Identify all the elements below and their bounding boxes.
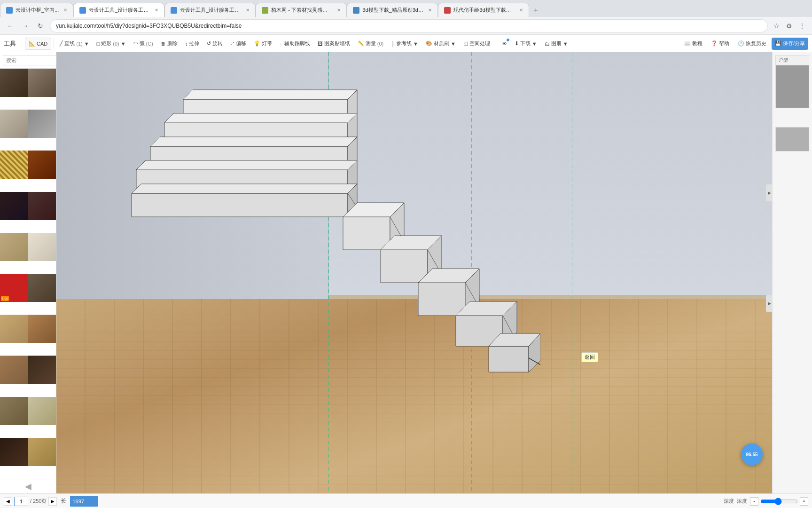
- guide-tool-button[interactable]: ≡ 辅助踢脚线: [276, 38, 313, 50]
- material-item-17[interactable]: [0, 397, 28, 425]
- delete-tool-button[interactable]: 🗑 删除: [157, 38, 181, 50]
- cad-button[interactable]: 📐 CAD: [25, 38, 51, 50]
- offset-tool-button[interactable]: ⇌ 偏移: [227, 38, 250, 50]
- arc-tool-button[interactable]: ◠ 弧 (C): [130, 38, 156, 50]
- tutorial-button[interactable]: 📖 教程: [681, 38, 706, 50]
- zoom-slider[interactable]: [760, 498, 798, 505]
- extensions-icon[interactable]: ⚙: [784, 20, 794, 32]
- wallpaper-icon: 🖼: [318, 41, 323, 47]
- tab-4[interactable]: 柏木网 - 下素材找灵感查询... ✕: [256, 3, 347, 17]
- tab-3[interactable]: 云设计工具_设计服务工...米... ✕: [164, 3, 256, 17]
- address-bar: ← → ↻ ☆ ⚙ ⋮: [0, 17, 812, 35]
- material-item-4[interactable]: [28, 110, 56, 138]
- download-dropdown-icon: ▼: [532, 41, 537, 47]
- page-navigation: ◀ / 250页 ▶: [4, 497, 57, 506]
- current-page-input[interactable]: [14, 497, 28, 506]
- bookmark-icon[interactable]: ☆: [772, 20, 781, 32]
- material-search-bar: 🔍: [0, 52, 56, 69]
- svg-marker-12: [132, 193, 348, 217]
- browser-chrome: 云设计中枢_室内... ✕ 云设计工具_设计服务工...米... ✕ 云设计工具…: [0, 0, 812, 35]
- material-item-5[interactable]: [0, 151, 28, 179]
- help-button[interactable]: ❓ 帮助: [708, 38, 733, 50]
- zoom-out-button[interactable]: -: [750, 497, 758, 506]
- tab-1[interactable]: 云设计中枢_室内... ✕: [0, 3, 73, 17]
- download-button[interactable]: ⬇ 下载 ▼: [511, 38, 540, 50]
- canvas-area[interactable]: 返回 96.55: [56, 52, 772, 493]
- right-panel-collapse-bottom[interactable]: ▶: [766, 295, 773, 312]
- add-tab-button[interactable]: +: [529, 4, 542, 17]
- line-tool-button[interactable]: ╱ 直线 (1) ▼: [56, 38, 92, 50]
- right-panel-collapse-top[interactable]: ▶: [766, 184, 773, 201]
- material-item-18[interactable]: [28, 397, 56, 425]
- cursor-tooltip: 返回: [581, 352, 598, 362]
- tab-close-4[interactable]: ✕: [337, 8, 341, 13]
- material-item-6[interactable]: [28, 151, 56, 179]
- wallpaper-tool-button[interactable]: 🖼 图案贴墙纸: [314, 38, 353, 50]
- tutorial-icon: 📖: [684, 40, 691, 47]
- line-label: 直线: [64, 40, 75, 47]
- url-input[interactable]: [50, 19, 768, 32]
- material-item-10[interactable]: [28, 233, 56, 261]
- tab-2[interactable]: 云设计工具_设计服务工...米... ✕: [73, 3, 164, 17]
- album-button[interactable]: 🗂 图册 ▼: [541, 38, 571, 50]
- guide-icon: ≡: [280, 41, 282, 47]
- material-item-13[interactable]: [0, 315, 28, 343]
- save-label: 保存/分享: [783, 40, 805, 47]
- prev-page-button[interactable]: ◀: [4, 497, 12, 506]
- space-label: 空间处理: [469, 40, 490, 47]
- material-item-19[interactable]: [0, 438, 28, 466]
- space-tool-button[interactable]: ◱ 空间处理: [460, 38, 493, 50]
- material-brush-button[interactable]: 🎨 材质刷 ▼: [422, 38, 459, 50]
- tab-5[interactable]: 3d模型下载_精品原创3d模... ✕: [347, 3, 438, 17]
- material-item-12[interactable]: [28, 274, 56, 302]
- measure-tool-button[interactable]: 📏 测量 (0): [354, 38, 387, 50]
- cad-label: CAD: [37, 41, 47, 47]
- tab-close-6[interactable]: ✕: [519, 8, 523, 13]
- material-item-3[interactable]: [0, 110, 28, 138]
- next-page-button[interactable]: ▶: [48, 497, 57, 506]
- menu-icon[interactable]: ⋮: [797, 20, 807, 32]
- push-label: 拉伸: [189, 40, 199, 47]
- push-tool-button[interactable]: ↕ 拉伸: [182, 38, 203, 50]
- bottom-right-controls: 深度 浓度 - +: [724, 497, 808, 506]
- material-item-7[interactable]: [0, 192, 28, 220]
- measure-icon: 📏: [358, 40, 364, 47]
- main-area: 🔍 hot: [0, 52, 812, 493]
- reload-button[interactable]: ↻: [35, 20, 46, 32]
- history-button[interactable]: 🕐 恢复历史: [734, 38, 770, 50]
- zoom-in-button[interactable]: +: [800, 497, 808, 506]
- material-item-1[interactable]: [0, 69, 28, 97]
- status-circle[interactable]: 96.55: [741, 444, 763, 465]
- forward-button[interactable]: →: [20, 20, 31, 32]
- tab-6[interactable]: 现代仿手绘3d模型下载（ID... ✕: [438, 3, 529, 17]
- tab-close-5[interactable]: ✕: [428, 8, 432, 13]
- tab-close-2[interactable]: ✕: [155, 8, 158, 13]
- tab-close-1[interactable]: ✕: [63, 8, 67, 13]
- download-label: 下载: [520, 40, 531, 47]
- light-tool-button[interactable]: 💡 灯带: [250, 38, 275, 50]
- material-item-14[interactable]: [28, 315, 56, 343]
- material-item-11[interactable]: hot: [0, 274, 28, 302]
- sidebar-collapse-toggle[interactable]: ◀: [0, 479, 56, 493]
- length-input[interactable]: [70, 496, 98, 507]
- line-count: (1): [76, 41, 82, 47]
- bottom-bar: ◀ / 250页 ▶ 长 深度 浓度 - +: [0, 493, 812, 508]
- material-item-20[interactable]: [28, 438, 56, 466]
- save-share-button[interactable]: 💾 保存/分享: [772, 38, 808, 50]
- right-panel: ▶ ▶ 户型: [772, 52, 812, 493]
- total-pages: / 250页: [30, 498, 47, 505]
- visibility-button[interactable]: 👁: [499, 38, 510, 50]
- back-button[interactable]: ←: [5, 20, 16, 32]
- light-label: 灯带: [262, 40, 272, 47]
- material-item-8[interactable]: [28, 192, 56, 220]
- tab-close-3[interactable]: ✕: [246, 8, 250, 13]
- material-item-16[interactable]: [28, 356, 56, 384]
- rect-tool-button[interactable]: □ 矩形 (0) ▼: [94, 38, 129, 50]
- help-label: 帮助: [719, 40, 729, 47]
- reference-tool-button[interactable]: ┼ 参考线 ▼: [388, 38, 422, 50]
- rotate-tool-button[interactable]: ↺ 旋转: [203, 38, 226, 50]
- album-label: 图册: [551, 40, 562, 47]
- material-item-2[interactable]: [28, 69, 56, 97]
- material-item-9[interactable]: [0, 233, 28, 261]
- material-item-15[interactable]: [0, 356, 28, 384]
